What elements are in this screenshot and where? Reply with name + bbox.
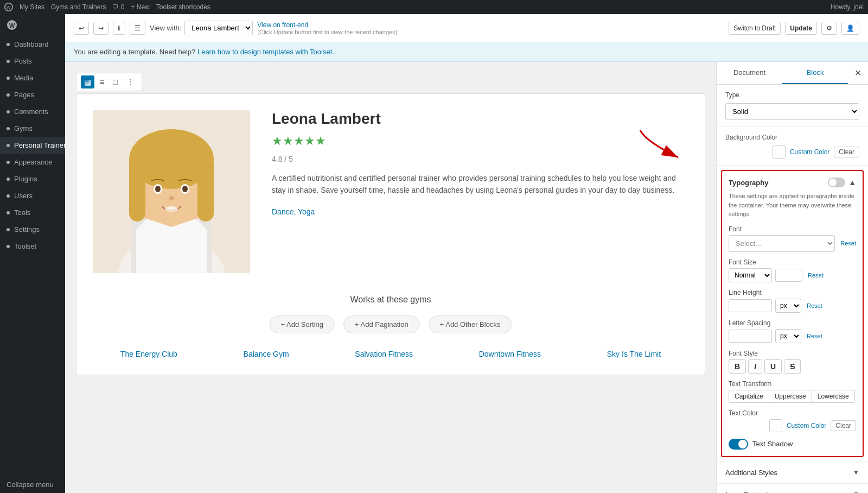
update-button[interactable]: Update xyxy=(785,22,817,35)
text-color-clear-button[interactable]: Clear xyxy=(831,420,856,431)
uppercase-button[interactable]: Uppercase xyxy=(769,390,812,403)
gym-link-1[interactable]: Balance Gym xyxy=(244,350,289,358)
tab-block[interactable]: Block xyxy=(782,62,848,84)
bold-button[interactable]: B xyxy=(729,359,746,374)
gym-links: The Energy Club Balance Gym Salvation Fi… xyxy=(93,350,688,358)
info-icon[interactable]: ℹ xyxy=(113,22,125,35)
font-size-label: Font Size xyxy=(729,258,856,266)
background-color-swatch[interactable] xyxy=(773,146,786,159)
font-size-reset[interactable]: Reset xyxy=(808,272,824,279)
gym-link-3[interactable]: Downtown Fitness xyxy=(479,350,541,358)
sidebar-item-tools[interactable]: Tools xyxy=(0,204,65,221)
sidebar-item-appearance[interactable]: Appearance xyxy=(0,154,65,170)
collapse-menu[interactable]: Collapse menu xyxy=(0,476,65,493)
close-panel-button[interactable]: ✕ xyxy=(848,62,868,84)
view-with-select[interactable]: Leona Lambert xyxy=(184,21,253,35)
svg-point-16 xyxy=(169,196,174,200)
line-height-input[interactable] xyxy=(729,299,772,312)
additional-styles-title: Additional Styles xyxy=(725,469,777,477)
view-on-frontend-link[interactable]: View on front-end xyxy=(257,21,397,29)
svg-point-17 xyxy=(165,206,178,212)
add-pagination-button[interactable]: + Add Pagination xyxy=(343,315,420,333)
sidebar-item-toolset[interactable]: Toolset xyxy=(0,238,65,255)
font-size-field: Font Size Normal Reset xyxy=(729,258,856,282)
typography-toggle[interactable] xyxy=(828,178,845,187)
new-button[interactable]: + New xyxy=(131,3,149,11)
font-reset[interactable]: Reset xyxy=(840,240,856,246)
letter-spacing-reset[interactable]: Reset xyxy=(807,333,822,339)
line-height-unit[interactable]: px xyxy=(775,299,801,313)
custom-color-button[interactable]: Custom Color xyxy=(790,148,829,156)
text-color-custom-button[interactable]: Custom Color xyxy=(787,422,826,429)
text-shadow-toggle[interactable] xyxy=(729,439,748,450)
content-card: Leona Lambert ★★★★★ 4.8 / 5 A certified … xyxy=(76,93,705,375)
sidebar-item-personal-trainers[interactable]: Personal Trainers xyxy=(0,137,65,154)
inner-content-title: Inner Content xyxy=(725,490,768,494)
trainer-bio: A certified nutritionist and certified p… xyxy=(272,172,688,197)
view-with-label: View with: xyxy=(150,24,181,32)
menu-icon[interactable]: ☰ xyxy=(130,22,145,35)
add-sorting-button[interactable]: + Add Sorting xyxy=(270,315,335,333)
inner-content-header[interactable]: Inner Content ▼ xyxy=(725,490,859,494)
letter-spacing-input[interactable] xyxy=(729,330,772,343)
block-list-icon[interactable]: ≡ xyxy=(97,75,107,89)
sidebar-item-plugins[interactable]: Plugins xyxy=(0,170,65,187)
font-size-select[interactable]: Normal xyxy=(729,268,772,282)
text-color-swatch[interactable] xyxy=(769,419,782,432)
trainer-tags-link[interactable]: Dance, Yoga xyxy=(272,207,315,216)
user-icon[interactable]: 👤 xyxy=(841,22,859,35)
text-shadow-row: Text Shadow xyxy=(729,439,856,450)
sidebar-item-posts[interactable]: Posts xyxy=(0,53,65,69)
additional-styles-header[interactable]: Additional Styles ▼ xyxy=(725,469,859,477)
sidebar-item-pages[interactable]: Pages xyxy=(0,86,65,103)
my-sites[interactable]: My Sites xyxy=(20,3,44,11)
additional-styles-chevron: ▼ xyxy=(853,469,859,476)
letter-spacing-unit[interactable]: px xyxy=(775,329,801,343)
settings-gear-icon[interactable]: ⚙ xyxy=(821,22,837,35)
gyms-and-trainers[interactable]: Gyms and Trainers xyxy=(51,3,106,11)
sidebar-item-gyms[interactable]: Gyms xyxy=(0,120,65,137)
switch-to-draft-button[interactable]: Switch to Draft xyxy=(729,22,781,35)
inner-content-chevron: ▼ xyxy=(853,490,859,493)
text-color-row: Custom Color Clear xyxy=(729,419,856,432)
sidebar-item-settings[interactable]: Settings xyxy=(0,221,65,238)
block-view-icon[interactable]: ▦ xyxy=(81,75,94,89)
sidebar-item-dashboard[interactable]: Dashboard xyxy=(0,36,65,53)
underline-button[interactable]: U xyxy=(764,359,782,374)
block-compact-icon[interactable]: □ xyxy=(110,75,120,89)
sidebar-item-users[interactable]: Users xyxy=(0,187,65,204)
type-select[interactable]: Solid xyxy=(725,103,859,120)
lowercase-button[interactable]: Lowercase xyxy=(812,390,855,403)
gym-link-0[interactable]: The Energy Club xyxy=(120,350,177,358)
trainer-image xyxy=(93,110,250,273)
font-style-field: Font Style B I U S xyxy=(729,350,856,374)
sidebar-item-media[interactable]: Media xyxy=(0,69,65,86)
typography-collapse-button[interactable]: ▲ xyxy=(848,178,856,187)
type-section: Type Solid xyxy=(717,85,868,127)
font-select[interactable]: Select... xyxy=(729,235,835,252)
typography-section: Typography ▲ These settings are applied … xyxy=(721,170,864,457)
toolset-shortcodes[interactable]: Toolset shortcodes xyxy=(156,3,210,11)
tab-document[interactable]: Document xyxy=(717,62,782,84)
gym-link-4[interactable]: Sky Is The Limit xyxy=(607,350,661,358)
sidebar-item-comments[interactable]: Comments xyxy=(0,103,65,120)
svg-text:W: W xyxy=(7,5,11,10)
trainer-profile: Leona Lambert ★★★★★ 4.8 / 5 A certified … xyxy=(93,110,688,273)
add-other-blocks-button[interactable]: + Add Other Blocks xyxy=(429,315,512,333)
font-label: Font xyxy=(729,225,856,233)
trainer-name: Leona Lambert xyxy=(272,110,688,128)
capitalize-button[interactable]: Capitalize xyxy=(729,390,769,403)
undo-icon[interactable]: ↩ xyxy=(74,22,89,35)
line-height-reset[interactable]: Reset xyxy=(807,302,822,309)
notice-link[interactable]: Learn how to design templates with Tools… xyxy=(197,48,334,56)
font-style-buttons: B I U S xyxy=(729,359,856,374)
gym-link-2[interactable]: Salvation Fitness xyxy=(355,350,413,358)
background-color-clear-button[interactable]: Clear xyxy=(834,147,859,157)
svg-point-15 xyxy=(182,186,188,192)
italic-button[interactable]: I xyxy=(748,359,762,374)
comments-count[interactable]: 🗨 0 xyxy=(112,3,124,11)
redo-icon[interactable]: ↪ xyxy=(93,22,108,35)
strikethrough-button[interactable]: S xyxy=(784,359,801,374)
font-size-input[interactable] xyxy=(775,269,802,282)
block-more-icon[interactable]: ⋮ xyxy=(123,75,137,89)
